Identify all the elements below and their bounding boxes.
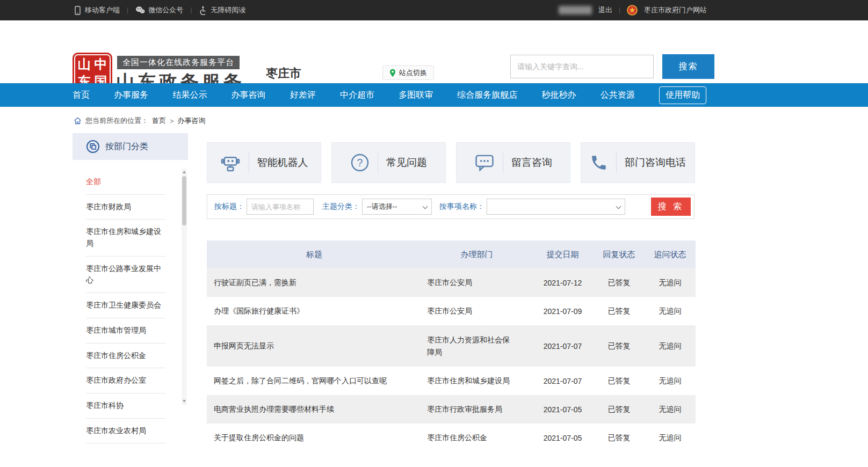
scroll-down-icon[interactable] xyxy=(183,400,186,403)
sidebar-item-science-association[interactable]: 枣庄市科协 xyxy=(86,393,165,419)
nav-item-services[interactable]: 办事服务 xyxy=(114,90,148,101)
accessibility-icon xyxy=(199,6,207,15)
table-row[interactable]: 关于提取住房公积金的问题 枣庄市住房公积金 2021-07-05 已答复 无追问 xyxy=(207,424,696,452)
header-search-input[interactable] xyxy=(511,55,653,78)
logout-link[interactable]: 退出 xyxy=(598,5,612,15)
row-followup-status: 无追问 xyxy=(645,307,696,316)
smart-robot-button[interactable]: 智能机器人 xyxy=(207,142,321,183)
title-filter-input[interactable] xyxy=(247,199,313,214)
row-followup-status: 无追问 xyxy=(645,341,696,351)
page: 移动客户端 | 微信公众号 | 无障碍阅读 退出 | 枣庄市政府门户网站 山 中 xyxy=(0,0,868,467)
row-title[interactable]: 行驶证副页已满，需换新 xyxy=(207,278,422,288)
breadcrumb-current: 办事咨询 xyxy=(178,116,206,126)
column-header-reply-status: 回复状态 xyxy=(594,240,645,268)
sidebar-header: 按部门分类 xyxy=(73,133,188,160)
row-reply-status: 已答复 xyxy=(594,341,645,351)
title-filter-box xyxy=(247,199,314,215)
table-row[interactable]: 申报网页无法显示 枣庄市人力资源和社会保障局 2021-07-07 已答复 无追… xyxy=(207,325,696,367)
chevron-down-icon xyxy=(616,204,621,209)
row-title[interactable]: 关于提取住房公积金的问题 xyxy=(207,433,422,443)
row-department: 枣庄市住房和城乡建设局 xyxy=(422,371,532,390)
site-switch-button[interactable]: 站点切换 xyxy=(382,65,434,80)
table-row[interactable]: 行驶证副页已满，需换新 枣庄市公安局 2021-07-12 已答复 无追问 xyxy=(207,268,696,297)
sidebar-item-all[interactable]: 全部 xyxy=(86,170,165,195)
nav-item-results[interactable]: 结果公示 xyxy=(172,90,207,101)
row-title[interactable]: 网签之后，除了合同二维码，官网哪个入口可以查呢 xyxy=(207,376,422,386)
smart-robot-label: 智能机器人 xyxy=(257,156,308,170)
sidebar-item-housing-fund[interactable]: 枣庄市住房公积金 xyxy=(86,344,165,369)
main-content: 智能机器人 ? 常见问题 留言咨询 部门咨 xyxy=(207,142,696,452)
topic-select[interactable]: --请选择-- xyxy=(362,199,432,215)
row-reply-status: 已答复 xyxy=(594,278,645,288)
title-filter-label: 按标题： xyxy=(214,202,244,211)
question-circle-icon: ? xyxy=(350,153,370,172)
row-reply-status: 已答复 xyxy=(594,307,645,316)
table-row[interactable]: 网签之后，除了合同二维码，官网哪个入口可以查呢 枣庄市住房和城乡建设局 2021… xyxy=(207,367,696,395)
platform-badge: 全国一体化在线政务服务平台 xyxy=(117,56,240,69)
username-redacted xyxy=(559,6,592,14)
scroll-up-icon[interactable] xyxy=(183,171,186,173)
accessibility-link[interactable]: 无障碍阅读 xyxy=(199,5,245,15)
row-followup-status: 无追问 xyxy=(645,405,696,414)
column-header-department: 办理部门 xyxy=(422,240,532,268)
message-consult-button[interactable]: 留言咨询 xyxy=(456,142,570,183)
sidebar-item-health-commission[interactable]: 枣庄市卫生健康委员会 xyxy=(86,293,165,318)
row-title[interactable]: 办理《国际旅行健康证书》 xyxy=(207,307,422,316)
main-nav: 首页 办事服务 结果公示 办事咨询 好差评 中介超市 多图联审 综合服务旗舰店 … xyxy=(0,83,868,107)
row-title[interactable]: 申报网页无法显示 xyxy=(207,341,422,351)
scrollbar-thumb[interactable] xyxy=(182,176,186,225)
row-followup-status: 无追问 xyxy=(645,278,696,288)
nav-item-agency-market[interactable]: 中介超市 xyxy=(340,90,374,101)
phone-directory-button[interactable]: 部门咨询电话 xyxy=(581,142,695,183)
topic-select-value: --请选择-- xyxy=(367,202,397,211)
table-row[interactable]: 办理《国际旅行健康证书》 枣庄市公安局 2021-07-09 已答复 无追问 xyxy=(207,297,696,325)
portal-link[interactable]: 枣庄市政府门户网站 xyxy=(644,5,707,15)
row-date: 2021-07-05 xyxy=(532,405,594,414)
department-sidebar: 按部门分类 全部 枣庄市财政局 枣庄市住房和城乡建设局 枣庄市公路事业发展中心 … xyxy=(73,133,188,455)
nav-item-rating[interactable]: 好差评 xyxy=(290,90,316,101)
sidebar-item-city-management-bureau[interactable]: 枣庄市城市管理局 xyxy=(86,318,165,344)
row-department: 枣庄市住房公积金 xyxy=(422,428,532,447)
nav-item-flagship-store[interactable]: 综合服务旗舰店 xyxy=(457,90,517,101)
divider xyxy=(378,152,378,173)
nav-item-multi-review[interactable]: 多图联审 xyxy=(399,90,433,101)
nav-item-consultation[interactable]: 办事咨询 xyxy=(232,90,266,101)
row-followup-status: 无追问 xyxy=(645,433,696,443)
wechat-label: 微信公众号 xyxy=(148,5,183,15)
breadcrumb-home-link[interactable]: 首页 xyxy=(152,116,166,126)
sidebar-item-government-office[interactable]: 枣庄市政府办公室 xyxy=(86,368,165,393)
row-date: 2021-07-09 xyxy=(532,307,594,316)
item-name-select[interactable] xyxy=(487,199,625,215)
row-reply-status: 已答复 xyxy=(594,405,645,414)
sidebar-scrollbar[interactable] xyxy=(182,169,187,405)
faq-label: 常见问题 xyxy=(386,156,427,170)
sidebar-item-finance-bureau[interactable]: 枣庄市财政局 xyxy=(86,195,165,220)
nav-item-instant-approval[interactable]: 秒批秒办 xyxy=(542,90,576,101)
faq-button[interactable]: ? 常见问题 xyxy=(331,142,446,183)
row-followup-status: 无追问 xyxy=(645,376,696,386)
nav-item-help[interactable]: 使用帮助 xyxy=(659,86,706,104)
sidebar-item-housing-construction-bureau[interactable]: 枣庄市住房和城乡建设局 xyxy=(86,220,165,256)
topbar-separator: | xyxy=(127,6,128,14)
breadcrumb-prefix: 您当前所在的位置： xyxy=(85,116,148,126)
site-switch-label: 站点切换 xyxy=(399,68,427,78)
nav-item-home[interactable]: 首页 xyxy=(73,90,90,101)
header-search-button[interactable]: 搜索 xyxy=(662,54,714,79)
filter-bar: 按标题： 主题分类： --请选择-- 按事项名称： 搜 索 xyxy=(207,194,695,219)
sidebar-item-agriculture-bureau[interactable]: 枣庄市农业农村局 xyxy=(86,419,165,444)
consultation-table: 标题 办理部门 提交日期 回复状态 追问状态 行驶证副页已满，需换新 枣庄市公安… xyxy=(207,240,696,452)
header: 山 中 东 国 全国一体化在线政务服务平台 山东政务服务 枣庄市 站点切换 搜索… xyxy=(0,20,868,83)
sidebar-item-highway-center[interactable]: 枣庄市公路事业发展中心 xyxy=(86,257,165,293)
row-reply-status: 已答复 xyxy=(594,433,645,443)
header-search-box xyxy=(510,55,654,78)
table-row[interactable]: 电商营业执照办理需要哪些材料手续 枣庄市行政审批服务局 2021-07-05 已… xyxy=(207,395,696,424)
mobile-app-link[interactable]: 移动客户端 xyxy=(74,5,120,15)
nav-item-public-resources[interactable]: 公共资源 xyxy=(601,90,635,101)
column-header-date: 提交日期 xyxy=(532,240,594,268)
row-title[interactable]: 电商营业执照办理需要哪些材料手续 xyxy=(207,405,422,414)
wechat-link[interactable]: 微信公众号 xyxy=(135,5,183,15)
logout-label: 退出 xyxy=(598,5,612,15)
row-department: 枣庄市公安局 xyxy=(422,302,532,320)
sidebar-list: 全部 枣庄市财政局 枣庄市住房和城乡建设局 枣庄市公路事业发展中心 枣庄市卫生健… xyxy=(73,160,188,443)
filter-search-button[interactable]: 搜 索 xyxy=(651,198,691,216)
